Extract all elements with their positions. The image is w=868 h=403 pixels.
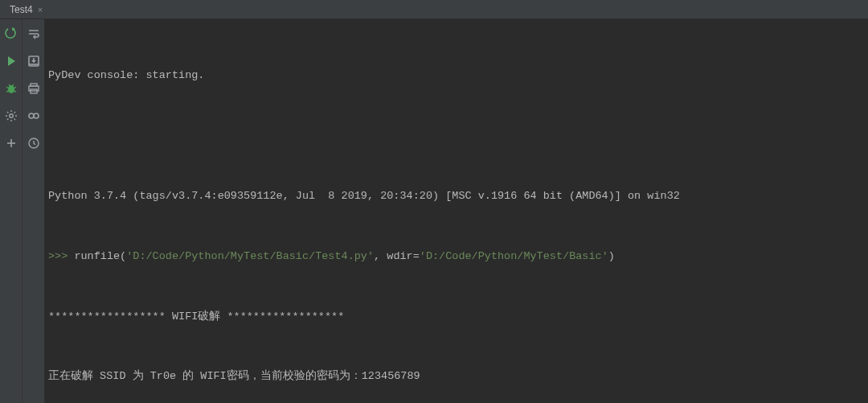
runfile-wdir: 'D:/Code/Python/MyTest/Basic': [420, 250, 608, 262]
svg-line-3: [6, 87, 9, 88]
rerun-icon[interactable]: [5, 27, 18, 40]
run-icon[interactable]: [5, 55, 18, 68]
console-line: PyDev console: starting.: [48, 66, 862, 86]
svg-point-9: [9, 114, 12, 117]
svg-point-18: [34, 113, 39, 118]
console-line: ****************** WIFI破解 **************…: [48, 307, 862, 327]
close-icon[interactable]: ×: [38, 5, 43, 14]
svg-point-17: [29, 113, 34, 118]
svg-line-8: [12, 84, 14, 86]
svg-marker-1: [8, 56, 15, 66]
runfile-call: runfile(: [74, 250, 126, 262]
main-row: PyDev console: starting. Python 3.7.4 (t…: [0, 19, 868, 403]
tab-bar: Test4 ×: [0, 0, 868, 19]
tab-label: Test4: [10, 4, 33, 15]
print-icon[interactable]: [27, 82, 40, 95]
console-line: >>> runfile('D:/Code/Python/MyTest/Basic…: [48, 247, 862, 267]
left-action-gutter: [0, 19, 23, 403]
svg-line-4: [14, 87, 16, 88]
tab-test4[interactable]: Test4 ×: [6, 4, 46, 15]
settings-icon[interactable]: [5, 109, 18, 122]
runfile-close: ): [608, 250, 615, 262]
scroll-to-end-icon[interactable]: [27, 55, 40, 68]
soft-wrap-icon[interactable]: [27, 27, 40, 40]
add-icon[interactable]: [5, 137, 18, 150]
runfile-path: 'D:/Code/Python/MyTest/Basic/Test4.py': [126, 250, 374, 262]
svg-line-5: [6, 91, 9, 92]
console-toolbar: [23, 19, 45, 403]
svg-line-7: [9, 84, 10, 86]
show-vars-icon[interactable]: [27, 109, 40, 122]
history-icon[interactable]: [27, 137, 40, 150]
console-line: Python 3.7.4 (tags/v3.7.4:e09359112e, Ju…: [48, 187, 862, 207]
svg-point-2: [8, 85, 14, 93]
runfile-sep: , wdir=: [374, 250, 420, 262]
prompt: >>>: [48, 250, 74, 262]
console-line: 正在破解 SSID 为 Tr0e 的 WIFI密码，当前校验的密码为：12345…: [48, 367, 862, 387]
svg-line-6: [14, 91, 16, 92]
debug-icon[interactable]: [5, 82, 18, 95]
console-output[interactable]: PyDev console: starting. Python 3.7.4 (t…: [45, 19, 868, 403]
console-line: [48, 126, 862, 146]
